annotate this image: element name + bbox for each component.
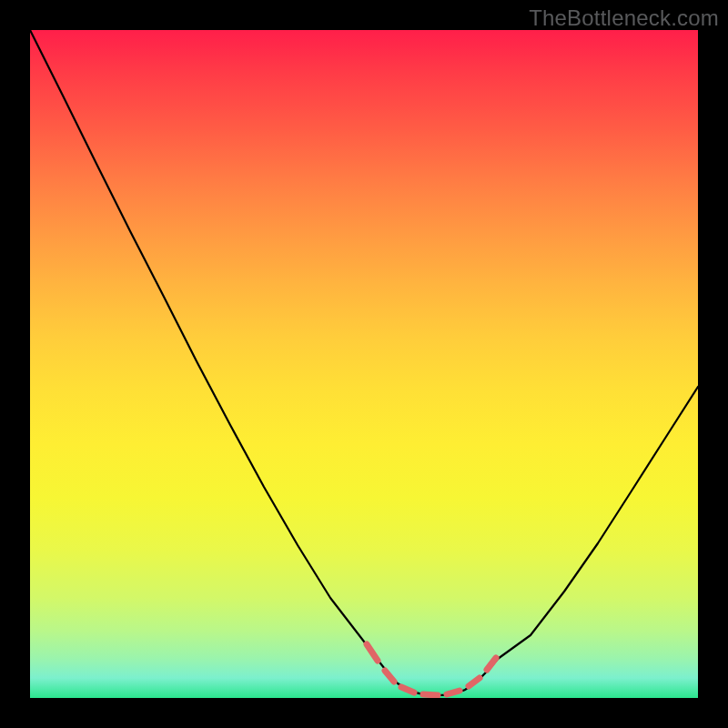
highlight-dash-6 (469, 678, 480, 686)
highlight-dash-2 (385, 671, 394, 682)
highlight-dash-5 (447, 691, 460, 694)
highlight-dash-3 (401, 687, 414, 693)
watermark-text: TheBottleneck.com (529, 5, 719, 31)
chart-canvas: TheBottleneck.com (0, 0, 728, 728)
highlight-dash-1 (367, 644, 378, 661)
plot-area (30, 30, 698, 698)
highlight-dash-7 (487, 658, 496, 670)
highlight-dash-4 (423, 694, 438, 695)
bottleneck-curve (30, 30, 698, 695)
curve-svg (30, 30, 698, 698)
